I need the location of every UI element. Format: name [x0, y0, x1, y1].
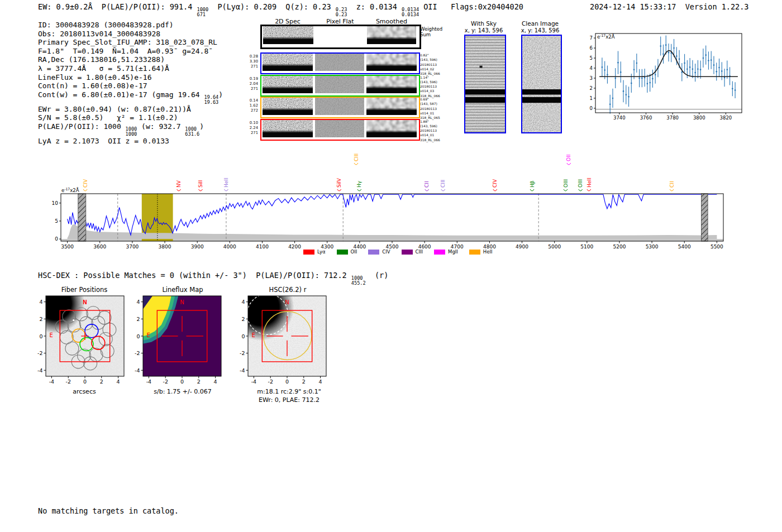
legend-item: CIV — [368, 249, 390, 255]
svg-text:4900: 4900 — [516, 244, 528, 250]
cutout-panel-flat — [315, 54, 364, 71]
lineflux-map-title: Lineflux Map — [135, 286, 230, 294]
lineflux-map-xlabel: s/b: 1.75 +/- 0.067 — [135, 388, 230, 395]
legend-swatch — [402, 250, 413, 255]
info-line: LineFlux = 1.80(±0.45)e-16 — [38, 73, 223, 82]
svg-text:HeII: HeII — [223, 178, 229, 188]
svg-text:HeII: HeII — [586, 178, 592, 188]
svg-text:3820: 3820 — [720, 115, 732, 121]
svg-text:4200: 4200 — [288, 244, 301, 250]
hsc-cutout-xlabel1: m:18.1 rc:2.9" s:0.1" — [240, 388, 338, 395]
cutout-row-left-label: 0.102.24271 — [245, 121, 258, 136]
svg-text:CII: CII — [424, 181, 430, 188]
cutout-panel-noise — [263, 26, 313, 44]
east-label: E — [147, 332, 150, 338]
cutout-panel-smooth — [366, 76, 417, 93]
svg-text:Hβ: Hβ — [530, 180, 535, 188]
fiber-positions-title: Fiber Positions — [37, 286, 132, 294]
detection-info-block: ID: 3000483928 (3000483928.pdf)Obs: 2018… — [38, 21, 223, 146]
info-line: Obs: 20180113v014_3000483928 — [38, 30, 223, 39]
svg-text:-2: -2 — [163, 378, 168, 385]
white-dot — [73, 319, 74, 321]
svg-text:0: 0 — [241, 333, 245, 339]
info-line: RA,Dec (176.138016,51.233288) — [38, 55, 223, 64]
svg-text:-4: -4 — [135, 367, 140, 373]
svg-text:2: 2 — [197, 378, 201, 385]
svg-text:6: 6 — [590, 45, 593, 51]
svg-text:0: 0 — [55, 236, 58, 242]
svg-text:CIV: CIV — [83, 179, 88, 188]
cutout-panel-noise — [263, 54, 313, 71]
legend-swatch — [303, 250, 314, 255]
svg-text:-2: -2 — [240, 350, 245, 356]
info-line: Primary Spec_Slot_IFU_AMP: 318_023_078_R… — [38, 38, 223, 47]
info-line: F=1.8" T=0.149 N̄=1.04 A=0.93̄ g=24.8̄ — [38, 47, 223, 56]
svg-text:0: 0 — [136, 333, 140, 339]
svg-text:3800: 3800 — [159, 244, 171, 250]
svg-text:3900: 3900 — [191, 244, 204, 250]
svg-text:-4: -4 — [37, 367, 42, 373]
masked-region-band — [78, 194, 86, 241]
svg-text:5: 5 — [55, 218, 58, 224]
stacked-fraction: 1000671 — [197, 7, 208, 17]
stacked-fraction: 1000455.2 — [351, 276, 366, 286]
cutout-panel-noise — [263, 76, 313, 93]
sky-stripes-image — [465, 36, 505, 132]
north-label: N — [180, 299, 184, 305]
masked-region-band — [701, 194, 708, 241]
svg-text:0: 0 — [83, 378, 87, 385]
svg-text:4: 4 — [39, 299, 42, 305]
stacked-fraction: 1000631.6 — [185, 127, 199, 137]
svg-text:1: 1 — [590, 95, 593, 101]
svg-text:3760: 3760 — [640, 115, 652, 121]
svg-text:4: 4 — [214, 378, 217, 385]
svg-text:2: 2 — [241, 316, 245, 322]
svg-text:4: 4 — [241, 299, 245, 305]
legend-item: Lyα — [303, 249, 326, 255]
weighted-sum-row — [260, 25, 421, 49]
with-sky-image — [464, 35, 506, 133]
hsc-cutout-xlabel2: EWr: 0, PLAE: 712.2 — [240, 396, 338, 404]
east-label: E — [50, 332, 53, 338]
cutout-row-right-label: 1.88"(143, 596)20180113v014_01318_RL_066 — [420, 119, 448, 142]
svg-text:-4: -4 — [49, 378, 54, 385]
svg-text:4: 4 — [136, 299, 140, 305]
svg-text:5100: 5100 — [580, 244, 593, 250]
hsc-cutout-plot: NE-4-4-2-2002244 — [235, 294, 334, 387]
hsc-dex-summary: HSC-DEX : Possible Matches = 0 (within +… — [38, 271, 388, 286]
spectral-line-legend: LyαOIICIVCIIIMgIIHeII — [303, 249, 492, 255]
svg-text:e-17x2Å: e-17x2Å — [597, 33, 615, 40]
north-label: N — [285, 299, 289, 305]
svg-text:3: 3 — [590, 75, 593, 81]
report-summary-header: EW: 0.9±0.2Å P(LAE)/P(OII): 991.4 100067… — [38, 2, 523, 17]
svg-text:e-17x2Å: e-17x2Å — [61, 187, 79, 193]
east-label: E — [252, 332, 255, 338]
svg-text:N: N — [83, 299, 87, 305]
legend-swatch — [469, 250, 480, 255]
cutout-panel-smooth — [366, 54, 417, 71]
svg-text:4: 4 — [590, 65, 593, 71]
legend-swatch — [434, 250, 445, 255]
report-timestamp-version: 2024-12-14 15:33:17 Version 1.22.3 — [590, 2, 748, 11]
cutout-panel-smooth — [366, 120, 417, 137]
svg-text:0: 0 — [39, 333, 42, 339]
svg-text:SiII: SiII — [198, 180, 203, 188]
svg-text:0: 0 — [285, 378, 289, 385]
legend-swatch — [368, 250, 379, 255]
svg-text:CII: CII — [669, 181, 675, 188]
cutout-panel-smooth — [366, 98, 417, 115]
main-spectrum-chart: 0510350036003700380039004000410042004300… — [51, 188, 730, 253]
legend-item: CIII — [402, 249, 423, 255]
svg-text:CIII: CIII — [440, 180, 446, 188]
clean-image — [521, 35, 562, 133]
svg-text:4: 4 — [117, 378, 120, 385]
info-line: Cont(n) = 1.60(±0.08)e-17 — [38, 82, 223, 90]
svg-text:OII: OII — [566, 155, 571, 161]
legend-item: HeII — [469, 249, 493, 255]
svg-text:CIV: CIV — [492, 179, 498, 188]
stacked-fraction: 0.230.23 — [336, 7, 347, 17]
svg-text:NV: NV — [176, 180, 182, 188]
svg-text:5400: 5400 — [678, 244, 691, 250]
svg-text:4000: 4000 — [223, 244, 236, 250]
cutout-panel-noise — [263, 120, 313, 137]
